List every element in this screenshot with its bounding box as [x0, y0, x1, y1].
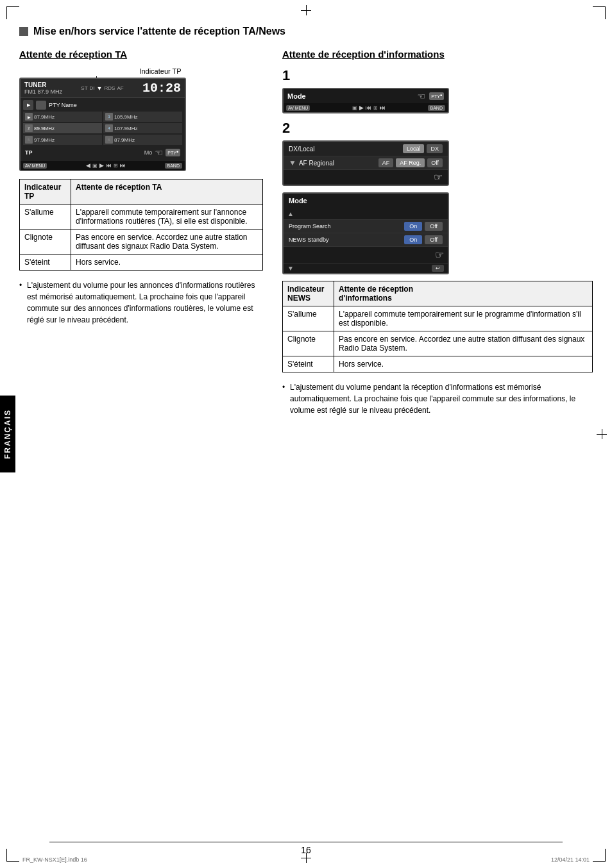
station-num-5: 5 — [25, 136, 33, 144]
section-icon — [19, 27, 28, 36]
dx-label-1: AF Regional — [299, 160, 378, 167]
station-freq-5: 97.9MHz — [34, 137, 55, 143]
section-header: Mise en/hors service l'attente de récept… — [19, 26, 593, 37]
nav-icon-s1-2: ⊞ — [373, 105, 378, 111]
table-row-1: Clignote Pas encore en service. Accordez… — [20, 230, 263, 255]
corner-mark-tr — [593, 6, 606, 19]
station-freq-1: 87.9MHz — [34, 114, 55, 120]
dx-screen: DX/Local Local DX ▼ AF Regional AF AF Re… — [282, 140, 449, 186]
nav-skip-next-s1: ⏭ — [380, 104, 386, 111]
tuner-body: ▶ PTY Name ▶ 87.9MHz 3 105.9MHz — [21, 98, 185, 161]
crosshair-right — [597, 429, 607, 439]
pty-badge-s1: PTY■ — [429, 92, 444, 99]
nav-skip-prev-s1: ⏮ — [366, 104, 371, 111]
prog-opt-on-1: On — [404, 235, 422, 244]
pty-name: PTY Name — [49, 102, 77, 108]
left-subtitle: Attente de réception TA — [19, 49, 263, 60]
right-column: Attente de réception d'informations 1 Mo… — [282, 49, 593, 416]
dx-options-1: AF AF Reg. Off — [378, 158, 443, 167]
station-5: 5 97.9MHz — [23, 135, 102, 145]
mode-label-s1: Mode — [287, 92, 306, 100]
dx-arrow-left: ▼ — [289, 158, 296, 167]
th-indicator: Indicateur TP — [20, 179, 71, 204]
news-td-2-0: S'éteint — [283, 356, 334, 372]
dx-opt-dx: DX — [427, 144, 443, 153]
tp-row: TP Mo ☞ PTY■ — [23, 146, 182, 159]
news-td-1-1: Pas encore en service. Accordez une autr… — [334, 331, 593, 356]
tuner-indicators: ST DI ▼ RDS AF — [81, 85, 123, 92]
news-th-indicator: IndicateurNEWS — [283, 281, 334, 306]
hand-pointer-left: ☞ — [155, 147, 163, 158]
news-td-0-1: L'appareil commute temporairement sur le… — [334, 306, 593, 331]
dx-row-1: ▼ AF Regional AF AF Reg. Off — [284, 156, 448, 170]
station-freq-4: 107.9MHz — [114, 126, 137, 131]
indicator-st: ST — [81, 85, 87, 91]
page-number: 16 — [301, 845, 311, 855]
back-btn: ↩ — [432, 265, 444, 272]
news-table-header-row: IndicateurNEWS Attente de réceptiond'inf… — [283, 281, 593, 306]
td-1-1: Pas encore en service. Accordez une autr… — [71, 230, 263, 255]
prog-finger-row: ☞ — [284, 247, 448, 263]
indicator-rds: ▼ — [97, 85, 103, 92]
prog-up-arrow: ▲ — [284, 207, 448, 220]
news-table: IndicateurNEWS Attente de réceptiond'inf… — [282, 281, 593, 372]
left-column: Attente de réception TA Indicateur TP TU… — [19, 49, 263, 416]
mode-label-screen: Mo — [144, 149, 153, 156]
prog-screen: Mode ▲ Program Search On Off NEWS Standb… — [282, 192, 449, 274]
dx-opt-af: AF — [378, 158, 394, 167]
news-row-2: S'éteint Hors service. — [283, 356, 593, 372]
table-row-0: S'allume L'appareil commute temporaireme… — [20, 204, 263, 230]
dx-row-0: DX/Local Local DX — [284, 142, 448, 156]
tuner-screen: TUNER FM1 87.9 MHz ST DI ▼ RDS AF 10:28 — [19, 78, 186, 171]
right-bullet: L'ajustement du volume pendant la récept… — [282, 381, 593, 416]
station-num-6: 6 — [105, 136, 113, 144]
dx-opt-local: Local — [403, 144, 425, 153]
td-0-1: L'appareil commute temporairement sur l'… — [71, 204, 263, 230]
dx-opt-off: Off — [427, 158, 443, 167]
dx-options-0: Local DX — [403, 144, 443, 153]
nav-buttons-left: ◀ ▣ ▶ ⏮ ⊞ ⏭ — [86, 162, 126, 169]
td-2-0: S'éteint — [20, 255, 71, 271]
nav-prev: ◀ — [86, 162, 90, 169]
prog-footer: ▼ ↩ — [284, 263, 448, 273]
tuner-stations: ▶ 87.9MHz 3 105.9MHz 2 89.9MHz 4 — [23, 112, 182, 145]
tuner-header: TUNER FM1 87.9 MHz ST DI ▼ RDS AF 10:28 — [21, 79, 185, 98]
mode-footer-s1: AV MENU ▣ ▶ ⏮ ⊞ ⏭ BAND — [284, 103, 448, 112]
tuner-label: TUNER — [24, 81, 62, 88]
dx-label-0: DX/Local — [289, 146, 315, 153]
pty-badge-left: PTY■ — [166, 149, 180, 156]
indicator-af: AF — [117, 85, 123, 91]
nav-skip-next: ⏭ — [120, 162, 126, 169]
prog-row-1: NEWS Standby On Off — [284, 233, 448, 247]
prog-options-0: On Off — [404, 222, 443, 231]
news-th-attente: Attente de réceptiond'informations — [334, 281, 593, 306]
news-td-0-0: S'allume — [283, 306, 334, 331]
pty-icon: ▶ — [23, 100, 33, 110]
prog-label-1: NEWS Standby — [289, 237, 404, 243]
band-btn-left: BAND — [165, 163, 182, 169]
file-info-left: FR_KW-NSX1[E].indb 16 — [22, 856, 87, 863]
station-3: 3 105.9MHz — [103, 112, 182, 122]
section-title: Mise en/hors service l'attente de récept… — [33, 26, 285, 37]
tuner-time: 10:28 — [142, 81, 181, 96]
station-2: 2 89.9MHz — [23, 123, 102, 133]
pty-icon2 — [36, 101, 46, 110]
news-td-1-0: Clignote — [283, 331, 334, 356]
station-num-2: 2 — [25, 124, 33, 132]
left-bullet: L'ajustement du volume pour les annonces… — [19, 280, 263, 326]
indicator-tp-label: Indicateur TP — [58, 67, 263, 75]
prog-header: Mode — [284, 194, 448, 207]
station-num-3: 3 — [105, 113, 113, 121]
th-attente: Attente de réception TA — [71, 179, 263, 204]
crosshair-top — [301, 5, 311, 15]
prog-opt-off-0: Off — [425, 222, 443, 231]
nav-icon-s1-1: ▣ — [352, 105, 357, 111]
nav-skip-prev: ⏮ — [106, 162, 112, 169]
dx-finger-row: ☞ — [284, 170, 448, 185]
tuner-freq-main: FM1 87.9 MHz — [24, 88, 62, 95]
av-menu-s1: AV MENU — [286, 105, 310, 111]
mode-screen-step1: Mode ☞ PTY■ AV MENU ▣ ▶ ⏮ ⊞ ⏭ — [282, 88, 449, 113]
news-td-2-1: Hors service. — [334, 356, 593, 372]
ta-table: Indicateur TP Attente de réception TA S'… — [19, 179, 263, 271]
page-line — [49, 842, 563, 842]
